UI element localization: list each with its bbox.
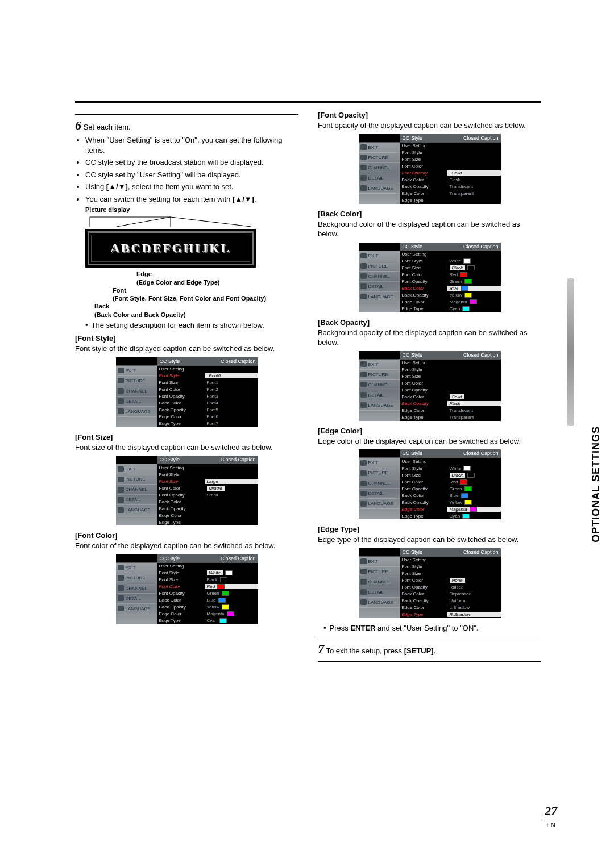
menu-side-item[interactable]: PICTURE	[359, 261, 400, 272]
menu-row[interactable]: Font Color	[400, 380, 501, 387]
menu-side-item[interactable]: DETAIL	[116, 594, 157, 604]
menu-side-item[interactable]: PICTURE	[359, 468, 400, 478]
menu-row[interactable]: Edge ColorL.Shadow	[400, 604, 501, 611]
menu-row[interactable]: Font ColorRed	[400, 272, 501, 278]
menu-row[interactable]: Back ColorBlue	[157, 597, 258, 604]
menu-row[interactable]: Font StyleWhite	[400, 465, 501, 471]
menu-row[interactable]: Font OpacityGreen	[400, 485, 501, 492]
menu-row[interactable]: Back ColorDepressed	[400, 591, 501, 598]
menu-row[interactable]: Back OpacityTranslucent	[400, 183, 501, 190]
menu-row[interactable]: Font OpacitySmall	[157, 491, 258, 498]
menu-row[interactable]: Edge ColorTransparent	[400, 190, 501, 197]
menu-side-item[interactable]: CHANNEL	[359, 577, 400, 587]
menu-row[interactable]: Font Size	[400, 373, 501, 380]
menu-row[interactable]: User Setting	[400, 143, 501, 149]
menu-row[interactable]: Edge TypeFont7	[157, 420, 258, 427]
menu-row[interactable]: Font ColorRed	[400, 478, 501, 485]
menu-side-item[interactable]: EXIT	[359, 557, 400, 567]
menu-row[interactable]: Font Size	[400, 156, 501, 163]
menu-row[interactable]: Back OpacityYellow	[157, 604, 258, 611]
menu-row[interactable]: Edge TypeCyan	[400, 306, 501, 312]
menu-side-item[interactable]: EXIT	[116, 464, 157, 474]
menu-row[interactable]: Edge TypeCyan	[400, 512, 501, 519]
menu-side-item[interactable]: CHANNEL	[359, 380, 400, 390]
menu-row[interactable]: User Setting	[400, 458, 501, 465]
menu-row[interactable]: Edge ColorMagenta	[157, 611, 258, 617]
menu-side-item[interactable]: DETAIL	[116, 495, 157, 505]
menu-row[interactable]: User Setting	[157, 563, 258, 570]
menu-row[interactable]: User Setting	[400, 557, 501, 564]
menu-side-item[interactable]: EXIT	[359, 458, 400, 468]
menu-row[interactable]: Font Size	[400, 570, 501, 577]
menu-side-item[interactable]: CHANNEL	[359, 163, 400, 173]
menu-side-item[interactable]: EXIT	[359, 360, 400, 370]
menu-row[interactable]: Font Style	[157, 471, 258, 478]
menu-side-item[interactable]: PICTURE	[359, 153, 400, 163]
menu-row[interactable]: Font StyleWhite	[157, 570, 258, 577]
menu-side-item[interactable]: LANGUAGE	[116, 407, 157, 417]
menu-row[interactable]: Font SizeLarge	[157, 478, 258, 485]
menu-row[interactable]: Back OpacityYellow	[400, 292, 501, 299]
menu-side-item[interactable]: DETAIL	[359, 282, 400, 292]
menu-row[interactable]: Edge Type	[400, 197, 501, 204]
menu-row[interactable]: Edge TypeR.Shadow	[400, 611, 501, 618]
menu-row[interactable]: Edge ColorFont6	[157, 414, 258, 420]
menu-row[interactable]: Font Style	[400, 149, 501, 156]
menu-row[interactable]: User Setting	[157, 366, 258, 373]
menu-row[interactable]: Font ColorMiddle	[157, 485, 258, 491]
menu-row[interactable]: Font OpacityGreen	[157, 590, 258, 597]
menu-row[interactable]: Font SizeBlack	[400, 265, 501, 272]
menu-side-item[interactable]: EXIT	[359, 143, 400, 153]
menu-side-item[interactable]: CHANNEL	[116, 386, 157, 397]
menu-row[interactable]: Font OpacitySolid	[400, 170, 501, 177]
menu-side-item[interactable]: PICTURE	[116, 376, 157, 386]
menu-side-item[interactable]: PICTURE	[359, 370, 400, 380]
menu-side-item[interactable]: LANGUAGE	[359, 499, 400, 509]
menu-side-item[interactable]: LANGUAGE	[359, 292, 400, 302]
menu-side-item[interactable]: LANGUAGE	[116, 604, 157, 614]
menu-row[interactable]: Font OpacityGreen	[400, 278, 501, 285]
menu-side-item[interactable]: LANGUAGE	[359, 598, 400, 608]
menu-side-item[interactable]: CHANNEL	[116, 583, 157, 594]
menu-side-item[interactable]: DETAIL	[359, 587, 400, 598]
menu-row[interactable]: Font ColorNone	[400, 577, 501, 584]
menu-row[interactable]: Edge TypeCyan	[157, 617, 258, 624]
menu-side-item[interactable]: DETAIL	[359, 173, 400, 183]
menu-row[interactable]: Back OpacityUniform	[400, 598, 501, 604]
menu-row[interactable]: Font Color	[400, 163, 501, 170]
menu-side-item[interactable]: PICTURE	[116, 573, 157, 583]
menu-row[interactable]: User Setting	[400, 251, 501, 258]
menu-row[interactable]: Font SizeFont1	[157, 379, 258, 386]
menu-row[interactable]: Font StyleFont0	[157, 373, 258, 379]
menu-row[interactable]: Back OpacityFont5	[157, 407, 258, 414]
menu-row[interactable]: Font OpacityFont3	[157, 393, 258, 400]
menu-row[interactable]: Back Color	[157, 498, 258, 505]
menu-row[interactable]: Edge ColorMagenta	[400, 506, 501, 512]
menu-row[interactable]: Back ColorBlue	[400, 285, 501, 292]
menu-row[interactable]: Edge Color	[157, 512, 258, 519]
menu-side-item[interactable]: LANGUAGE	[359, 400, 400, 411]
menu-row[interactable]: Edge TypeTransparent	[400, 414, 501, 421]
menu-side-item[interactable]: LANGUAGE	[359, 183, 400, 194]
menu-row[interactable]: Back ColorFlash	[400, 177, 501, 183]
menu-row[interactable]: Font Style	[400, 564, 501, 570]
menu-side-item[interactable]: EXIT	[116, 563, 157, 573]
menu-side-item[interactable]: EXIT	[359, 251, 400, 261]
menu-row[interactable]: Font StyleWhite	[400, 258, 501, 265]
menu-row[interactable]: Back OpacityFlash	[400, 400, 501, 407]
menu-row[interactable]: Font SizeBlack	[157, 577, 258, 583]
menu-side-item[interactable]: CHANNEL	[359, 478, 400, 489]
menu-row[interactable]: Back OpacityYellow	[400, 499, 501, 506]
menu-side-item[interactable]: CHANNEL	[116, 485, 157, 495]
menu-row[interactable]: Edge ColorTranslucent	[400, 407, 501, 414]
menu-row[interactable]: Font ColorRed	[157, 583, 258, 590]
menu-row[interactable]: User Setting	[400, 360, 501, 366]
menu-side-item[interactable]: CHANNEL	[359, 272, 400, 282]
menu-row[interactable]: Back ColorBlue	[400, 492, 501, 499]
menu-side-item[interactable]: DETAIL	[359, 489, 400, 499]
menu-row[interactable]: Font OpacityRaised	[400, 584, 501, 591]
menu-row[interactable]: Edge ColorMagenta	[400, 299, 501, 306]
menu-row[interactable]: Back ColorFont4	[157, 400, 258, 407]
menu-side-item[interactable]: LANGUAGE	[116, 505, 157, 515]
menu-row[interactable]: Font SizeBlack	[400, 471, 501, 478]
